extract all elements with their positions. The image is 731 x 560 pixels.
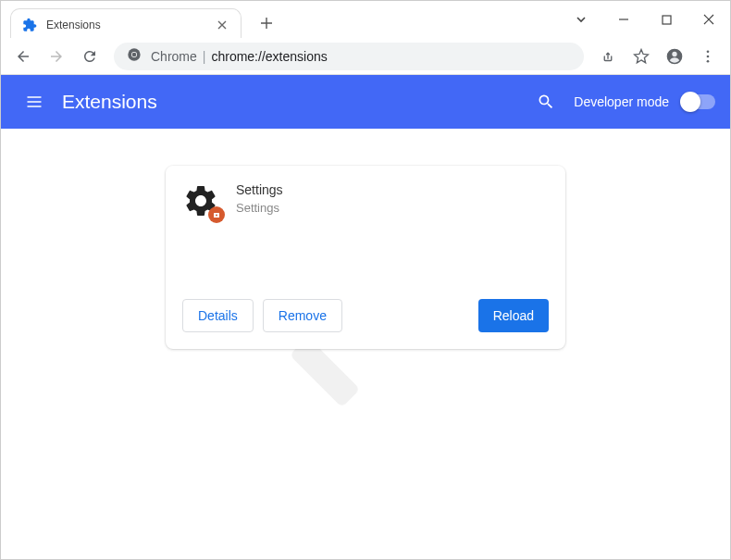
reload-button[interactable]: [75, 42, 105, 71]
svg-point-6: [707, 50, 710, 53]
details-button[interactable]: Details: [182, 299, 254, 332]
window-titlebar: Extensions: [1, 1, 730, 38]
developer-mode-toggle[interactable]: [682, 94, 715, 109]
browser-tab[interactable]: Extensions: [10, 8, 242, 40]
extension-description: Settings: [236, 201, 549, 215]
svg-point-3: [132, 52, 137, 56]
back-button[interactable]: [8, 42, 38, 71]
chrome-icon: [127, 47, 142, 66]
extension-card: Settings Settings Details Remove Reload: [166, 166, 565, 349]
maximize-button[interactable]: [645, 5, 688, 34]
bookmark-button[interactable]: [626, 42, 656, 71]
new-tab-button[interactable]: [255, 12, 278, 34]
developer-mode-label: Developer mode: [574, 94, 669, 109]
tab-close-icon[interactable]: [215, 18, 229, 32]
corrupt-badge-icon: [208, 206, 225, 223]
gear-icon: [182, 182, 219, 219]
profile-button[interactable]: [660, 42, 689, 71]
svg-point-5: [672, 51, 676, 56]
extensions-header: Extensions Developer mode: [1, 75, 730, 129]
remove-button[interactable]: Remove: [263, 299, 342, 332]
svg-point-7: [707, 55, 710, 57]
svg-point-10: [216, 215, 217, 217]
hamburger-menu-icon[interactable]: [16, 83, 53, 120]
close-button[interactable]: [688, 5, 730, 34]
forward-button[interactable]: [42, 42, 71, 71]
tab-search-button[interactable]: [560, 5, 602, 34]
address-bar[interactable]: Chrome|chrome://extensions: [114, 43, 584, 70]
tab-title: Extensions: [46, 19, 215, 31]
extensions-content: Settings Settings Details Remove Reload: [1, 129, 730, 386]
reload-button[interactable]: Reload: [478, 299, 549, 332]
window-controls: [602, 5, 730, 34]
extension-puzzle-icon: [22, 18, 37, 32]
menu-button[interactable]: [693, 42, 723, 71]
page-title: Extensions: [62, 91, 527, 113]
extension-name: Settings: [236, 182, 549, 197]
address-text: Chrome|chrome://extensions: [151, 49, 328, 64]
browser-toolbar: Chrome|chrome://extensions: [1, 38, 730, 75]
search-icon[interactable]: [527, 83, 564, 120]
share-button[interactable]: [593, 42, 623, 71]
toggle-knob: [680, 92, 700, 112]
svg-point-8: [707, 59, 710, 62]
minimize-button[interactable]: [602, 5, 645, 34]
svg-rect-0: [663, 16, 671, 24]
